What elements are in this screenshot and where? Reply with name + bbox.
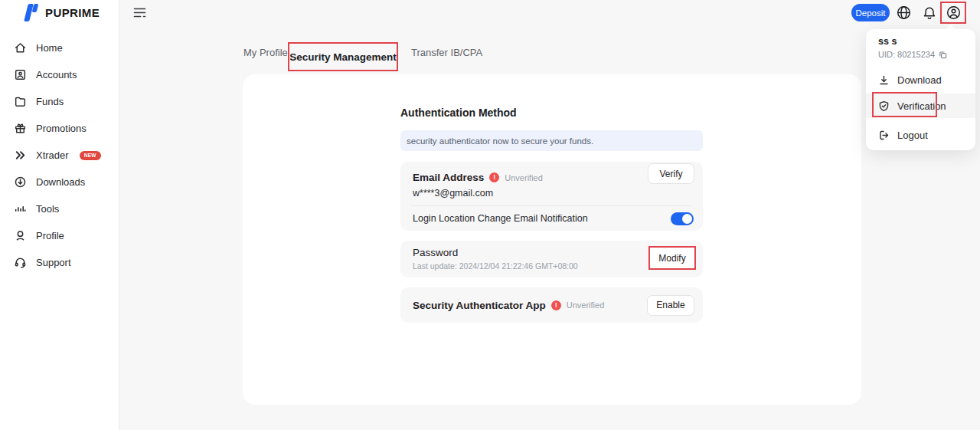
sidebar-item-downloads[interactable]: Downloads xyxy=(0,169,119,195)
sidebar-item-label: Downloads xyxy=(36,176,85,188)
security-management-panel: Authentication Method security authentic… xyxy=(243,74,861,405)
banner-text: security authenticator now to secure you… xyxy=(400,136,593,146)
authenticator-title: Security Authenticator App xyxy=(413,300,546,311)
email-status: Unverified xyxy=(505,173,543,182)
modify-highlight-box: Modify xyxy=(648,246,696,270)
notifications-bell-icon[interactable] xyxy=(923,6,936,20)
sidebar-item-promotions[interactable]: Promotions xyxy=(0,115,119,142)
sidebar-item-support[interactable]: Support xyxy=(0,249,119,276)
sidebar-item-label: Accounts xyxy=(36,69,77,80)
funds-icon xyxy=(14,95,27,108)
tab-security-management[interactable]: Security Management xyxy=(288,42,398,71)
authenticator-status: Unverified xyxy=(567,300,605,310)
home-icon xyxy=(14,41,27,54)
sidebar-item-accounts[interactable]: Accounts xyxy=(0,61,119,88)
tab-my-profile[interactable]: My Profile xyxy=(243,47,288,58)
tools-icon xyxy=(14,202,27,215)
tab-label: Security Management xyxy=(289,51,397,63)
email-address-section: Email Address ! Unverified w****3@gmail.… xyxy=(400,162,703,231)
email-notification-toggle[interactable] xyxy=(671,212,694,225)
menu-item-verification[interactable]: Verification xyxy=(866,94,975,118)
profile-icon xyxy=(14,229,27,242)
menu-item-download[interactable]: Download xyxy=(866,67,975,92)
sidebar: PUPRIME Home Accounts Funds Promotions xyxy=(0,0,119,430)
menu-item-logout[interactable]: Logout xyxy=(866,123,975,147)
promotions-icon xyxy=(14,122,27,135)
unverified-alert-icon: ! xyxy=(489,172,499,182)
sidebar-item-label: Tools xyxy=(36,203,59,215)
logout-icon xyxy=(878,130,890,141)
modify-button[interactable]: Modify xyxy=(652,249,693,267)
support-icon xyxy=(14,256,27,269)
enable-button[interactable]: Enable xyxy=(647,295,694,316)
sidebar-item-label: Xtrader xyxy=(36,149,69,161)
sidebar-nav: Home Accounts Funds Promotions Xtrader xyxy=(0,34,119,276)
section-title: Authentication Method xyxy=(400,107,517,119)
sidebar-item-label: Support xyxy=(36,257,71,268)
account-avatar-icon[interactable] xyxy=(946,5,961,20)
xtrader-icon xyxy=(14,149,27,162)
user-dropdown-menu: ss s UID: 80215234 Download Verification… xyxy=(866,29,975,150)
sidebar-item-funds[interactable]: Funds xyxy=(0,88,119,115)
deposit-button[interactable]: Deposit xyxy=(851,4,890,21)
security-banner: security authenticator now to secure you… xyxy=(400,130,703,151)
tab-transfer-ib-cpa[interactable]: Transfer IB/CPA xyxy=(411,47,482,58)
puprime-logo-icon xyxy=(23,4,40,21)
verify-button[interactable]: Verify xyxy=(648,163,694,184)
login-location-notification-label: Login Location Change Email Notification xyxy=(413,213,588,224)
sidebar-item-label: Funds xyxy=(36,96,64,107)
sidebar-item-profile[interactable]: Profile xyxy=(0,222,119,249)
security-authenticator-section: Security Authenticator App ! Unverified … xyxy=(400,287,703,323)
user-uid: UID: 80215234 xyxy=(878,50,935,59)
accounts-icon xyxy=(14,68,27,81)
user-name: ss s xyxy=(878,36,897,47)
email-value: w****3@gmail.com xyxy=(413,188,692,199)
language-globe-icon[interactable] xyxy=(897,5,911,20)
copy-icon[interactable] xyxy=(939,51,947,59)
unverified-alert-icon: ! xyxy=(551,300,561,310)
new-badge: NEW xyxy=(80,151,101,160)
sidebar-collapse-icon[interactable] xyxy=(133,7,146,18)
downloads-icon xyxy=(14,176,27,189)
sidebar-item-home[interactable]: Home xyxy=(0,34,119,61)
brand-name: PUPRIME xyxy=(45,6,100,19)
sidebar-item-tools[interactable]: Tools xyxy=(0,195,119,222)
menu-item-label: Verification xyxy=(897,100,946,112)
sidebar-item-label: Home xyxy=(36,42,63,54)
download-icon xyxy=(878,74,890,86)
brand-logo[interactable]: PUPRIME xyxy=(23,4,100,21)
shield-check-icon xyxy=(878,100,890,112)
sidebar-item-label: Profile xyxy=(36,230,64,241)
menu-item-label: Download xyxy=(897,74,942,86)
email-title: Email Address xyxy=(413,172,484,183)
sidebar-item-label: Promotions xyxy=(36,123,87,134)
sidebar-item-xtrader[interactable]: Xtrader NEW xyxy=(0,142,119,169)
password-section: Password Last update: 2024/12/04 21:22:4… xyxy=(400,241,703,277)
menu-item-label: Logout xyxy=(897,130,928,141)
